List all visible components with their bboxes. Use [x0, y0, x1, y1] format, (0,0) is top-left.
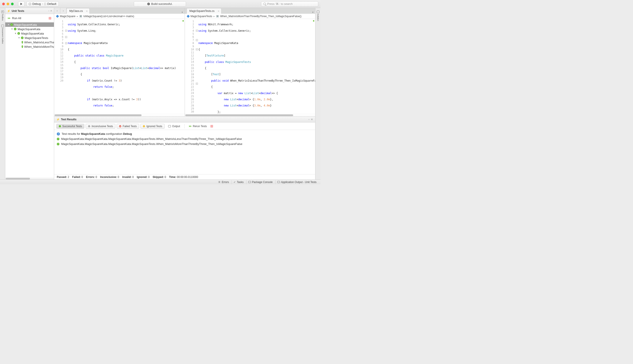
play-icon — [21, 3, 22, 5]
bolt-icon: ⚡ — [7, 10, 10, 12]
package-console-pad[interactable]: Package Console — [246, 180, 274, 184]
fold-column: −−−− — [196, 19, 199, 114]
close-window-button[interactable] — [2, 3, 5, 5]
method-icon: M — [216, 15, 219, 18]
breadcrumb-left: MagicSquare ▸ M IsMagicSquare(List<List<… — [54, 14, 185, 19]
status-bar: ✕Errors ✓Tasks Package Console Applicati… — [0, 180, 320, 184]
global-search[interactable]: Press '⌘.' to search — [261, 1, 318, 6]
status-pill[interactable]: ✓ Build successful. — [134, 1, 186, 6]
tree-leaf[interactable]: ✓When_MatrixIsMoreThanThreeByThree_Then_… — [5, 44, 54, 49]
tab-dropdown-icon[interactable]: ▼ — [312, 11, 314, 14]
build-status: ✓ Build successful. — [61, 1, 259, 6]
tab-dropdown-icon[interactable]: ▼ — [181, 11, 183, 14]
filter-failed[interactable]: Failed Tests — [117, 124, 139, 129]
dock-icon[interactable]: ▫ — [309, 118, 309, 121]
code-body[interactable]: using System.Collections.Generic; using … — [68, 19, 185, 114]
config-picker[interactable]: Debug › Default — [27, 1, 59, 6]
tests-hscroll[interactable] — [5, 178, 54, 180]
code-editor-left[interactable]: 1234567891011121314151617181920 −−− usin… — [54, 19, 185, 114]
doc-outline-rail-tab[interactable]: Document Outline — [1, 24, 4, 45]
scrollbar-thumb[interactable] — [55, 114, 142, 116]
errors-pad[interactable]: ✕Errors — [216, 180, 231, 184]
tree-node-root[interactable]: ▼✓MagicSquareKata — [5, 22, 54, 27]
test-results-panel: ⚡ Test Results ▫✕ Successful Tests Incon… — [54, 116, 315, 180]
run-button[interactable] — [18, 1, 25, 6]
tree-node[interactable]: ▼✓MagicSquareTests — [5, 36, 54, 40]
tree-leaf[interactable]: ✓When_MatrixIsLessThanThreeByThree_Then_… — [5, 40, 54, 44]
pass-icon: ✓ — [21, 36, 24, 39]
scrollbar-thumb[interactable] — [6, 178, 30, 180]
right-rail: Solution — [315, 8, 320, 180]
rerun-button[interactable]: Rerun Tests — [187, 124, 209, 129]
results-body: i Test results for MagicSquareKata confi… — [54, 130, 315, 174]
tasks-pad[interactable]: ✓Tasks — [232, 180, 245, 184]
file-tab[interactable]: MyClass.cs× — [67, 8, 90, 14]
namespace-icon — [186, 14, 190, 18]
scrollbar-thumb[interactable] — [185, 114, 293, 116]
search-placeholder: Press '⌘.' to search — [267, 2, 293, 6]
pass-icon: ✓ — [18, 32, 20, 35]
result-row[interactable]: ✓MagicSquareKata.MagicSquareKata.MagicSq… — [57, 142, 313, 146]
dock-icon[interactable]: ▫ — [49, 10, 49, 12]
output-tab[interactable]: Output — [166, 124, 182, 129]
editor-tabs-right: MagicSquareTests.cs× ▼ — [185, 8, 315, 14]
filter-ignored[interactable]: Ignored Tests — [140, 124, 165, 129]
doc-outline-icon — [1, 25, 4, 27]
unit-tests-panel: ⚡ Unit Tests ▫✕ Run All ▼✓MagicSquareKat… — [5, 8, 54, 180]
search-icon — [263, 3, 266, 5]
check-icon: ✓ — [234, 180, 236, 184]
target-name: Default — [47, 2, 56, 6]
nav-back-button[interactable]: ‹ — [54, 8, 60, 14]
nav-forward-button[interactable]: › — [60, 8, 67, 14]
close-tab-icon[interactable]: × — [86, 10, 88, 13]
code-editor-right[interactable]: 1234567891011121314151617181920212223242… — [185, 19, 315, 114]
tree-node[interactable]: ▼✓MagicSquareKata — [5, 31, 54, 36]
file-tab[interactable]: MagicSquareTests.cs× — [187, 8, 221, 14]
crumb-namespace[interactable]: MagicSquare — [60, 15, 76, 18]
run-all-button[interactable]: Run All — [12, 16, 21, 20]
close-tab-icon[interactable]: × — [218, 10, 219, 13]
editor-right: MagicSquareTests.cs× ▼ MagicSquareTests … — [185, 8, 315, 116]
stop-button[interactable] — [49, 17, 51, 20]
crumb-method[interactable]: When_MatrixIsMoreThanThreeByThree_Then_I… — [220, 15, 302, 18]
run-all-icon — [8, 18, 10, 19]
zoom-window-button[interactable] — [11, 3, 14, 5]
status-dot-icon — [313, 20, 314, 22]
tree-node[interactable]: ▼✓MagicSquareKata — [5, 27, 54, 31]
editor-hscroll-right[interactable] — [185, 114, 315, 116]
chevron-right-icon: ▸ — [77, 15, 78, 18]
chevron-right-icon: › — [42, 3, 43, 5]
minimize-window-button[interactable] — [7, 3, 9, 5]
code-body[interactable]: using NUnit.Framework; using System.Coll… — [199, 19, 315, 114]
filter-inconclusive[interactable]: Inconclusive Tests — [86, 124, 115, 129]
pass-icon: ✓ — [14, 28, 17, 30]
success-icon — [59, 125, 61, 127]
solution-rail-tab[interactable]: Solution — [317, 10, 319, 22]
stop-rerun-button[interactable] — [210, 125, 213, 128]
method-icon: M — [80, 15, 82, 18]
editor-hscroll-left[interactable] — [54, 114, 185, 116]
results-filter-bar: Successful Tests Inconclusive Tests Fail… — [54, 122, 315, 130]
crumb-method[interactable]: IsMagicSquare(List<List<decimal>> matrix… — [84, 15, 134, 18]
left-rail: TToolbox Document Outline — [0, 8, 5, 180]
app-output-pad[interactable]: Application Output - Unit Tests — [275, 180, 318, 184]
pass-icon: ✓ — [22, 45, 23, 48]
toolbox-icon: T — [1, 10, 4, 13]
check-icon: ✓ — [147, 3, 150, 5]
pass-icon: ✓ — [22, 41, 23, 44]
fold-column: −−− — [65, 19, 68, 114]
gutter: 1234567891011121314151617181920 — [54, 19, 65, 114]
filter-successful[interactable]: Successful Tests — [56, 124, 84, 129]
bolt-icon: ⚡ — [56, 118, 60, 121]
failed-icon — [119, 125, 121, 127]
toolbox-rail-tab[interactable]: TToolbox — [1, 10, 4, 22]
tests-tree: ▼✓MagicSquareKata ▼✓MagicSquareKata ▼✓Ma… — [5, 22, 54, 178]
crumb-namespace[interactable]: MagicSquareTests — [191, 15, 212, 18]
breadcrumb-right: MagicSquareTests ▸ M When_MatrixIsMoreTh… — [185, 14, 315, 19]
close-icon[interactable]: ✕ — [311, 118, 313, 121]
rerun-icon — [189, 125, 192, 127]
close-panel-icon[interactable]: ✕ — [50, 10, 52, 12]
terminal-icon — [248, 181, 251, 183]
result-row[interactable]: ✓MagicSquareKata.MagicSquareKata.MagicSq… — [57, 136, 313, 142]
terminal-icon — [277, 181, 280, 183]
